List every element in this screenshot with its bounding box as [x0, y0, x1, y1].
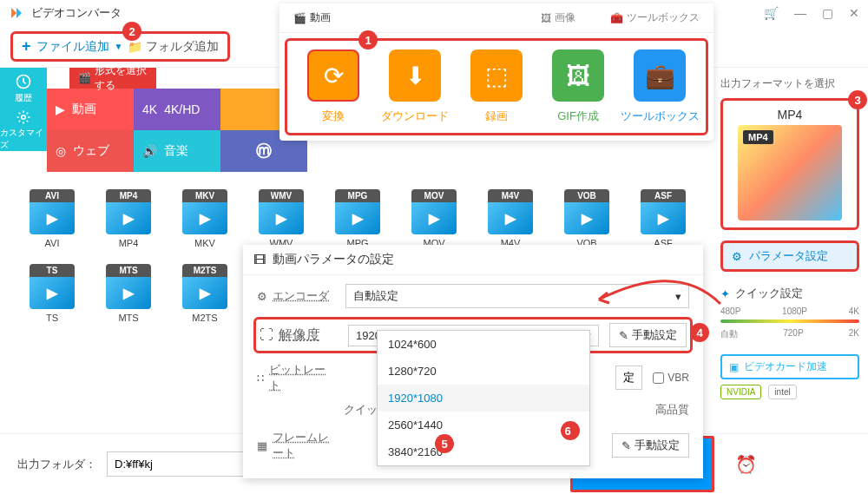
callout-4: 4: [690, 323, 709, 342]
feature-tabs-panel: 🎬動画 🖼画像 🧰ツールボックス 1 ⟳変換⬇ダウンロード⬚録画🖼GIF作成💼ツ…: [279, 3, 713, 141]
format-m4v[interactable]: M4V▶M4V: [484, 189, 536, 248]
toolbox-icon: 🧰: [610, 12, 623, 24]
format-avi[interactable]: AVI▶AVI: [26, 189, 78, 248]
format-mpg[interactable]: MPG▶MPG: [332, 189, 384, 248]
tab-label: GIF作成: [557, 109, 599, 124]
format-mkv[interactable]: MKV▶MKV: [179, 189, 231, 248]
gpu-accel-button[interactable]: ▣ ビデオカード加速: [720, 354, 859, 379]
tab-icon: 💼: [634, 49, 686, 102]
nvidia-tag[interactable]: NVIDIA: [720, 385, 761, 399]
tab-label: ツールボックス: [621, 109, 700, 124]
format-ts[interactable]: TS▶TS: [26, 264, 78, 323]
format-icon: MKV▶: [182, 189, 227, 234]
format-label: MTS: [118, 313, 138, 323]
format-icon: MPG▶: [335, 189, 380, 234]
format-icon: MTS▶: [106, 264, 151, 309]
add-folder-button[interactable]: 📁 フォルダ追加: [128, 39, 219, 55]
dropdown-item[interactable]: 1024*600: [378, 331, 589, 358]
format-icon: M4V▶: [488, 189, 533, 234]
motorola-icon: ⓜ: [256, 141, 272, 161]
format-wmv[interactable]: WMV▶WMV: [255, 189, 307, 248]
format-m2ts[interactable]: M2TS▶M2TS: [179, 264, 231, 323]
sliders-icon: ⚙: [732, 250, 742, 263]
format-icon: M2TS▶: [182, 264, 227, 309]
tab-header-video[interactable]: 🎬動画: [293, 10, 331, 25]
vbr-checkbox[interactable]: VBR: [653, 372, 689, 384]
format-mp4[interactable]: MP4▶MP4: [102, 189, 155, 248]
output-folder-label: 出力フォルダ：: [17, 457, 96, 472]
chevron-down-icon: ▾: [675, 290, 681, 303]
tab-header-image[interactable]: 🖼画像: [541, 10, 575, 25]
folder-plus-icon: 📁: [128, 40, 142, 54]
history-button[interactable]: 履歴: [0, 68, 47, 109]
category-video[interactable]: ▶動画: [47, 89, 134, 130]
category-audio[interactable]: 🔊音楽: [134, 130, 220, 172]
callout-2: 2: [122, 22, 141, 41]
tab-label: 変換: [322, 109, 345, 124]
tab-header-tools[interactable]: 🧰ツールボックス: [610, 10, 700, 25]
category-web[interactable]: ◎ウェブ: [47, 130, 134, 172]
framerate-manual-button[interactable]: ✎手動設定: [612, 433, 689, 458]
film-icon: 🎬: [293, 12, 306, 24]
callout-5: 5: [435, 434, 454, 453]
format-vob[interactable]: VOB▶VOB: [561, 189, 613, 248]
category-4k[interactable]: 4K4K/HD: [134, 89, 220, 130]
format-label: AVI: [45, 238, 60, 248]
tab-変換[interactable]: ⟳変換: [293, 49, 374, 124]
dropdown-item[interactable]: 1920*1080: [378, 385, 589, 412]
dots-icon: ∷: [257, 372, 264, 385]
tab-icon: ⬚: [470, 49, 523, 102]
tab-icon: 🖼: [552, 49, 604, 102]
customize-label: カスタマイズ: [0, 127, 47, 151]
close-icon[interactable]: ✕: [849, 6, 859, 20]
app-title: ビデオコンバータ: [31, 5, 122, 21]
bitrate-label: ビットレート: [269, 362, 335, 393]
tab-GIF作成[interactable]: 🖼GIF作成: [537, 49, 619, 124]
parameter-settings-button[interactable]: ⚙ パラメータ設定: [720, 240, 859, 272]
format-mts[interactable]: MTS▶MTS: [102, 264, 155, 323]
intel-tag[interactable]: intel: [768, 385, 796, 399]
mp4-tag: MP4: [743, 130, 773, 144]
format-mov[interactable]: MOV▶MOV: [408, 189, 460, 248]
customize-button[interactable]: カスタマイズ: [0, 109, 47, 151]
window-controls: 🛒 — ▢ ✕: [764, 6, 859, 20]
feature-tabs-body: 1 ⟳変換⬇ダウンロード⬚録画🖼GIF作成💼ツールボックス: [285, 38, 708, 135]
quick-slider[interactable]: [720, 319, 859, 323]
add-file-button[interactable]: + ファイル追加 ▼: [22, 37, 122, 56]
format-select-header[interactable]: 🎬 形式を選択する: [69, 68, 156, 89]
maximize-icon[interactable]: ▢: [822, 6, 833, 20]
film-icon: 🎬: [78, 72, 91, 84]
framerate-label: フレームレート: [273, 430, 335, 461]
chevron-down-icon[interactable]: ▼: [115, 42, 123, 51]
chrome-icon: ◎: [56, 144, 66, 158]
film-icon: 🎞: [253, 253, 266, 267]
output-format-title: 出力フォーマットを選択: [720, 76, 859, 91]
cart-icon[interactable]: 🛒: [764, 6, 779, 20]
format-icon: AVI▶: [30, 189, 75, 234]
tab-ダウンロード[interactable]: ⬇ダウンロード: [374, 49, 456, 124]
alarm-icon[interactable]: ⏰: [735, 454, 757, 475]
format-label: M2TS: [192, 313, 217, 323]
pencil-icon: ✎: [619, 329, 628, 342]
quick-row-top: 480P 1080P 4K: [720, 306, 859, 316]
encoder-select[interactable]: 自動設定▾: [345, 284, 689, 308]
resolution-manual-button[interactable]: ✎手動設定: [609, 323, 687, 347]
output-format-box[interactable]: 3 MP4 MP4: [720, 98, 859, 230]
gear-icon: ⚙: [257, 290, 267, 303]
gpu-vendor-row: NVIDIA intel: [720, 385, 859, 399]
quick-title: クイック設定: [735, 286, 803, 301]
tab-録画[interactable]: ⬚録画: [456, 49, 537, 124]
dropdown-item[interactable]: 3840*2160: [378, 438, 589, 465]
minimize-icon[interactable]: —: [794, 6, 806, 20]
dropdown-item[interactable]: 2560*1440: [378, 412, 589, 438]
format-asf[interactable]: ASF▶ASF: [637, 189, 689, 248]
bitrate-mode[interactable]: 定: [615, 366, 642, 390]
dropdown-item[interactable]: 1280*720: [378, 358, 589, 385]
feature-tabs-header: 🎬動画 🖼画像 🧰ツールボックス: [279, 3, 713, 33]
cat-4k-label: 4K/HD: [164, 102, 200, 116]
format-icon: MOV▶: [411, 189, 457, 234]
format-icon: ASF▶: [641, 189, 686, 234]
speaker-icon: 🔊: [142, 144, 157, 158]
format-select-label: 形式を選択する: [95, 63, 148, 93]
tab-ツールボックス[interactable]: 💼ツールボックス: [619, 49, 700, 124]
